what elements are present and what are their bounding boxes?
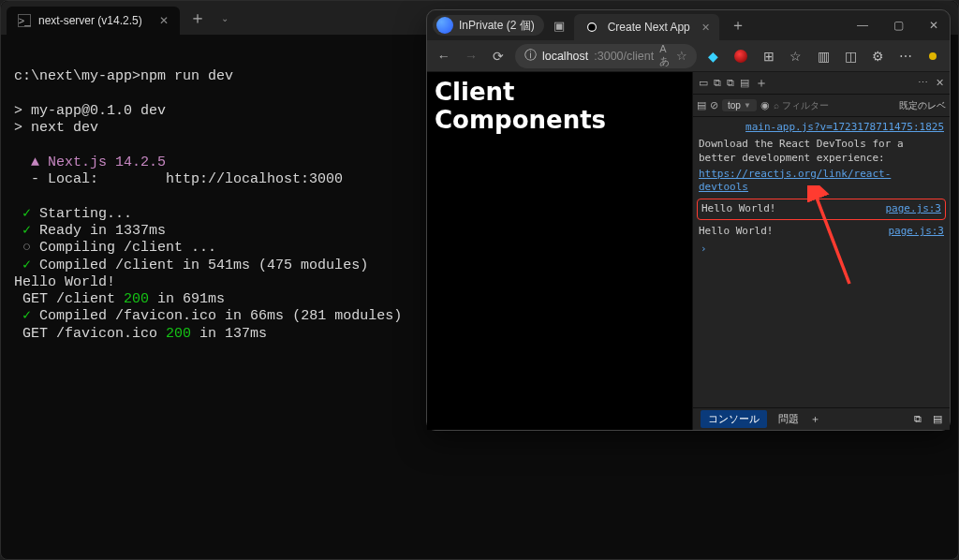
console-toolbar: ▤ ⊘ top▼ ◉ ⌕ フィルター 既定のレベ (693, 95, 950, 117)
translate-icon[interactable]: Aあ (659, 43, 671, 68)
tab-menu-chevron-icon[interactable]: ⌄ (215, 13, 234, 23)
device-toggle-icon[interactable]: ⧉ (714, 77, 721, 89)
devtools-close-button[interactable]: ✕ (936, 77, 944, 89)
settings-icon[interactable]: ⚙ (867, 44, 889, 68)
devtools-panel: ▭ ⧉ ⧉ ▤ ＋ ⋯ ✕ ▤ ⊘ top▼ ◉ ⌕ フィルター (692, 72, 950, 430)
inprivate-label: InPrivate (2 個) (459, 18, 535, 34)
address-path: :3000/client (594, 50, 654, 63)
drawer-tab-issues[interactable]: 問題 (778, 412, 799, 426)
console-log-text: Hello World! (699, 225, 773, 239)
console-output: main-app.js?v=1723178711475:1825 Downloa… (693, 117, 950, 407)
extensions-icon[interactable]: ⊞ (758, 44, 779, 68)
split-screen-icon[interactable]: ◫ (840, 44, 862, 68)
maximize-button[interactable]: ▢ (882, 19, 914, 32)
address-host: localhost (542, 50, 588, 63)
browser-content: Client Components ▭ ⧉ ⧉ ▤ ＋ ⋯ ✕ ▤ ⊘ (427, 72, 950, 430)
clear-console-icon[interactable]: ⊘ (710, 99, 718, 111)
tab-console-icon[interactable]: ▤ (740, 77, 749, 89)
rendered-page: Client Components (427, 72, 692, 430)
close-icon[interactable]: ✕ (159, 14, 169, 27)
forward-button[interactable]: → (460, 44, 481, 68)
inprivate-avatar-icon (436, 17, 453, 34)
close-icon[interactable]: ✕ (701, 22, 710, 34)
console-prompt[interactable]: › (695, 241, 948, 258)
workspaces-icon[interactable]: ▣ (548, 19, 570, 33)
terminal-tab[interactable]: >_ next-server (v14.2.5) ✕ (7, 7, 180, 35)
browser-window: InPrivate (2 個) ▣ Create Next App ✕ ＋ — … (426, 9, 951, 431)
console-log-highlighted[interactable]: Hello World! page.js:3 (697, 199, 946, 220)
console-link[interactable]: https://reactjs.org/link/react-devtools (699, 168, 891, 196)
terminal-tab-title: next-server (v14.2.5) (38, 14, 142, 27)
devtools-drawer-tabs: コンソール 問題 ＋ ⧉ ▤ (693, 407, 950, 430)
drawer-tab-console[interactable]: コンソール (701, 410, 767, 428)
browser-tab-title: Create Next App (608, 21, 690, 34)
back-button[interactable]: ← (433, 44, 454, 68)
nextjs-favicon-icon (587, 22, 597, 32)
extension-gem-icon[interactable]: ◆ (702, 44, 724, 68)
sidebar-toggle-icon[interactable]: ▤ (697, 99, 706, 111)
console-filter-input[interactable]: ⌕ フィルター (774, 99, 829, 112)
new-tab-button[interactable]: ＋ (723, 16, 753, 36)
inspect-icon[interactable]: ▭ (699, 77, 708, 89)
drawer-add-button[interactable]: ＋ (810, 412, 820, 426)
console-source-link[interactable]: page.js:3 (885, 202, 941, 216)
favorite-icon[interactable]: ☆ (676, 49, 687, 63)
add-tab-button[interactable]: ＋ (755, 75, 768, 92)
devtools-main-toolbar: ▭ ⧉ ⧉ ▤ ＋ ⋯ ✕ (693, 72, 950, 95)
more-menu-button[interactable]: ⋯ (894, 44, 916, 68)
copilot-icon[interactable] (922, 44, 944, 68)
page-heading: Client Components (435, 78, 685, 134)
new-tab-button[interactable]: ＋ (180, 7, 215, 29)
collections-icon[interactable]: ▥ (812, 44, 834, 68)
browser-tabstrip: InPrivate (2 個) ▣ Create Next App ✕ ＋ — … (427, 10, 950, 40)
favorites-icon[interactable]: ☆ (785, 44, 806, 68)
terminal-shell-icon: >_ (18, 14, 31, 27)
console-source-link[interactable]: main-app.js?v=1723178711475:1825 (695, 121, 948, 137)
address-bar[interactable]: ⓘ localhost:3000/client Aあ ☆ (515, 44, 697, 68)
drawer-close-icon[interactable]: ▤ (933, 413, 942, 425)
context-selector[interactable]: top▼ (722, 99, 757, 111)
extension-adblock-icon[interactable] (730, 44, 752, 68)
console-source-link[interactable]: page.js:3 (888, 225, 944, 239)
browser-tab[interactable]: Create Next App ✕ (574, 14, 719, 40)
drawer-dock-icon[interactable]: ⧉ (914, 413, 922, 425)
close-button[interactable]: ✕ (918, 19, 950, 32)
minimize-button[interactable]: — (847, 19, 878, 32)
devtools-more-button[interactable]: ⋯ (918, 77, 930, 89)
console-message: Download the React DevTools for a better… (695, 137, 948, 167)
inprivate-badge[interactable]: InPrivate (2 個) (433, 15, 544, 36)
console-log-text: Hello World! (701, 202, 775, 216)
log-level-selector[interactable]: 既定のレベ (899, 99, 946, 112)
refresh-button[interactable]: ⟳ (488, 44, 509, 68)
console-log-row[interactable]: Hello World! page.js:3 (695, 223, 948, 241)
browser-toolbar: ← → ⟳ ⓘ localhost:3000/client Aあ ☆ ◆ ⊞ ☆… (427, 40, 950, 72)
tab-elements-icon[interactable]: ⧉ (727, 77, 734, 89)
site-info-icon[interactable]: ⓘ (524, 48, 537, 64)
live-expression-icon[interactable]: ◉ (760, 99, 770, 111)
